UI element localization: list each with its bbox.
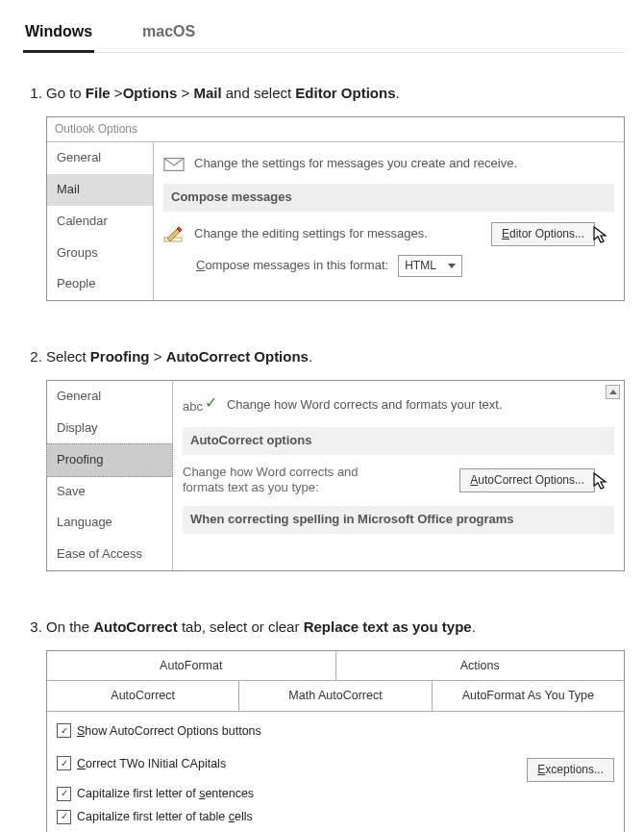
cursor-icon	[591, 471, 610, 497]
scroll-up-button[interactable]	[606, 385, 620, 399]
category-item-ease[interactable]: Ease of Access	[47, 539, 172, 570]
tab-macos[interactable]: macOS	[140, 17, 197, 52]
editing-settings-text: Change the editing settings for messages…	[194, 224, 428, 244]
category-item-groups[interactable]: Groups	[47, 238, 153, 269]
category-item-people[interactable]: People	[47, 268, 153, 300]
compose-format-label: Compose messages in this format:	[196, 256, 388, 276]
autocorrect-options-button[interactable]: AutoCorrect Options...	[459, 468, 595, 492]
editor-category-list: General Display Proofing Save Language E…	[47, 381, 173, 570]
tab-autoformat[interactable]: AutoFormat	[47, 651, 336, 680]
category-item-save[interactable]: Save	[47, 476, 172, 508]
category-item-mail[interactable]: Mail	[47, 174, 153, 206]
compose-format-combo[interactable]: HTML	[398, 255, 462, 277]
checkbox-table-cell-caps[interactable]	[57, 810, 71, 824]
autocorrect-options-heading: AutoCorrect options	[183, 427, 614, 455]
autocorrect-subdesc: Change how Word corrects and formats tex…	[183, 465, 384, 497]
tab-autoformat-as-you-type[interactable]: AutoFormat As You Type	[433, 681, 624, 711]
tab-actions[interactable]: Actions	[336, 651, 625, 680]
category-item-general[interactable]: General	[47, 142, 153, 174]
step-3-text: On the AutoCorrect tab, select or clear …	[46, 618, 476, 635]
exceptions-button[interactable]: Exceptions...	[527, 758, 614, 782]
abc-check-icon: abc ✓	[183, 392, 217, 417]
label-table-cell-caps: Capitalize first letter of table cells	[77, 807, 253, 826]
compose-messages-heading: Compose messages	[163, 184, 614, 212]
editor-options-button[interactable]: Editor Options...	[491, 222, 595, 246]
spelling-heading: When correcting spelling in Microsoft Of…	[183, 506, 614, 534]
mail-description: Change the settings for messages you cre…	[194, 154, 517, 174]
tab-windows[interactable]: Windows	[23, 17, 94, 53]
tab-autocorrect[interactable]: AutoCorrect	[47, 681, 239, 711]
os-tab-bar: Windows macOS	[23, 17, 625, 53]
label-show-options: Show AutoCorrect Options buttons	[77, 721, 261, 741]
tab-math-autocorrect[interactable]: Math AutoCorrect	[239, 681, 432, 711]
label-two-initial-caps: Correct TWo INitial CApitals	[77, 754, 226, 773]
category-list: General Mail Calendar Groups People	[47, 142, 154, 300]
category-item-calendar[interactable]: Calendar	[47, 206, 153, 238]
dialog-title: Outlook Options	[47, 117, 624, 142]
outlook-options-dialog: Outlook Options General Mail Calendar Gr…	[46, 116, 625, 301]
label-sentence-caps: Capitalize first letter of sentences	[77, 784, 254, 803]
proofing-description: Change how Word corrects and formats you…	[227, 395, 503, 416]
category-item-display[interactable]: Display	[47, 413, 172, 444]
cursor-icon	[591, 225, 610, 251]
checkbox-two-initial-caps[interactable]	[57, 756, 71, 770]
category-item-language[interactable]: Language	[47, 507, 172, 539]
envelope-icon	[163, 157, 185, 172]
editor-options-dialog: General Display Proofing Save Language E…	[46, 380, 625, 571]
autocorrect-dialog: AutoFormat Actions AutoCorrect Math Auto…	[46, 650, 625, 832]
edit-pencil-icon	[163, 223, 185, 244]
checkbox-sentence-caps[interactable]	[57, 787, 71, 801]
step-2-text: Select Proofing > AutoCorrect Options.	[46, 348, 312, 365]
category-item-proofing[interactable]: Proofing	[46, 443, 173, 477]
category-item-general2[interactable]: General	[47, 381, 172, 413]
step-1-text: Go to File >Options > Mail and select Ed…	[46, 85, 400, 101]
checkbox-show-options[interactable]	[57, 723, 71, 738]
